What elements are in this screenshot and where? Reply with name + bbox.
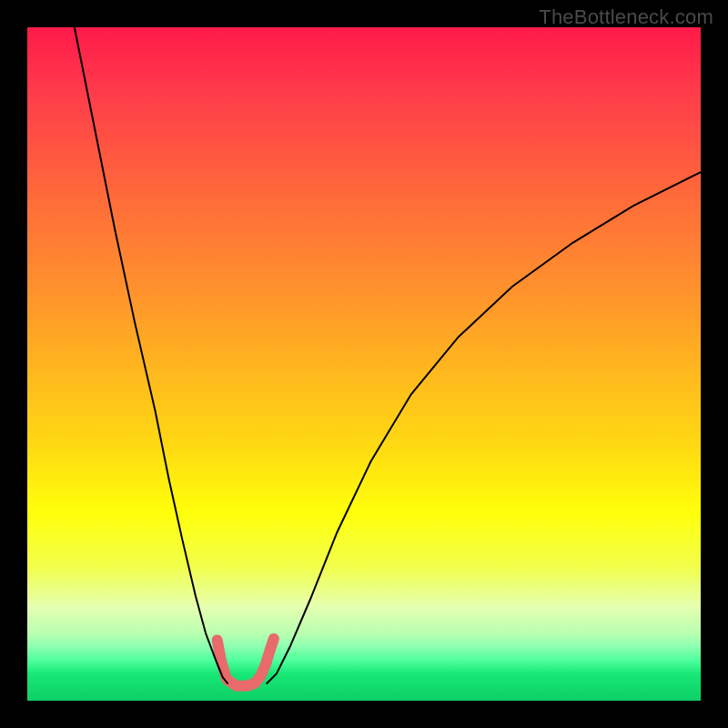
- left-branch-path: [75, 27, 228, 684]
- curve-overlay: [27, 27, 701, 701]
- plot-area: [27, 27, 701, 701]
- watermark-text: TheBottleneck.com: [539, 5, 713, 29]
- right-branch-path: [267, 172, 701, 683]
- pink-marker-path: [217, 639, 274, 686]
